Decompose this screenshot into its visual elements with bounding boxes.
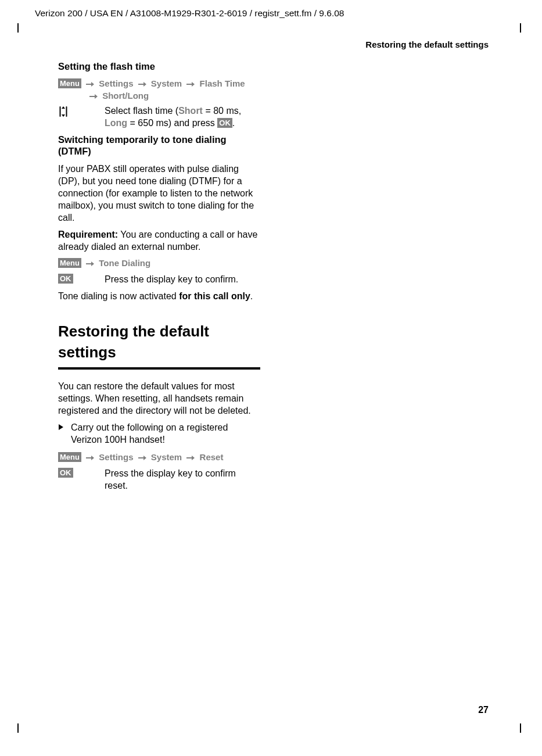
crop-mark <box>17 723 19 733</box>
text: . <box>232 118 235 128</box>
up-down-navkey-icon <box>58 105 69 118</box>
bullet-triangle-icon <box>58 421 71 446</box>
svg-rect-0 <box>60 106 61 117</box>
crop-mark <box>520 23 521 33</box>
path-segment: Settings <box>99 452 133 462</box>
svg-marker-4 <box>59 424 63 430</box>
short-label: Short <box>178 106 203 116</box>
text: = 80 ms, <box>203 106 241 116</box>
ok-key-label: OK <box>58 274 73 284</box>
menu-key-label: Menu <box>58 452 81 462</box>
arrow-icon <box>84 452 96 463</box>
crop-mark <box>17 23 19 33</box>
long-label: Long <box>105 118 127 128</box>
text-bold: for this call only <box>179 291 250 301</box>
text: Tone dialing is now activated <box>58 291 179 301</box>
running-head: Restoring the default settings <box>365 40 489 49</box>
step-text: Select flash time (Short = 80 ms, Long =… <box>105 105 261 129</box>
ok-key-label: OK <box>58 468 73 478</box>
text: = 650 ms) and press <box>127 118 217 128</box>
path-segment: Settings <box>99 78 133 88</box>
section-title-rule <box>58 367 260 370</box>
arrow-icon <box>84 78 96 89</box>
page-number: 27 <box>478 705 489 715</box>
dtmf-paragraph-1: If your PABX still operates with pulse d… <box>58 163 261 224</box>
arrow-icon <box>84 257 96 268</box>
requirement-label: Requirement: <box>58 230 118 239</box>
step-ok-confirm-reset: OK Press the display key to confirm rese… <box>58 467 261 492</box>
heading-dtmf: Switching temporarily to tone dialing (D… <box>58 134 261 157</box>
section-title-restore: Restoring the default settings <box>58 321 261 363</box>
step-ok-confirm-dtmf: OK Press the display key to confirm. <box>58 273 261 285</box>
heading-flash-time: Setting the flash time <box>58 60 261 72</box>
arrow-icon <box>184 452 197 463</box>
path-segment: Reset <box>200 452 224 462</box>
document-path-header: Verizon 200 / USA EN / A31008-M1929-R301… <box>35 8 344 19</box>
svg-marker-2 <box>62 106 65 109</box>
dtmf-requirement: Requirement: You are conducting a call o… <box>58 228 261 253</box>
content-column: Setting the flash time Menu Settings Sys… <box>58 60 261 496</box>
text: . <box>250 291 253 301</box>
menu-path-reset: Menu Settings System Reset <box>58 452 261 463</box>
ok-key-label: OK <box>217 118 232 128</box>
step-text: Press the display key to confirm. <box>105 273 261 285</box>
menu-path-flash-time: Menu Settings System Flash Time <box>58 78 261 89</box>
arrow-icon <box>87 90 100 101</box>
menu-key-label: Menu <box>58 78 81 88</box>
text: Select flash time ( <box>105 106 178 116</box>
menu-path-flash-time-line2: Short/Long <box>58 90 261 101</box>
path-segment: System <box>151 78 182 88</box>
restore-bullet: Carry out the following on a registered … <box>58 421 261 446</box>
path-segment: Tone Dialing <box>99 258 150 268</box>
svg-marker-3 <box>62 114 65 117</box>
dtmf-result: Tone dialing is now activated for this c… <box>58 290 261 302</box>
bullet-text: Carry out the following on a registered … <box>71 421 261 446</box>
arrow-icon <box>136 452 149 463</box>
path-segment: System <box>151 452 182 462</box>
arrow-icon <box>136 78 149 89</box>
step-text: Press the display key to confirm reset. <box>105 467 261 492</box>
crop-mark <box>520 723 521 733</box>
menu-key-label: Menu <box>58 258 81 268</box>
menu-path-tone-dialing: Menu Tone Dialing <box>58 257 261 268</box>
page: Verizon 200 / USA EN / A31008-M1929-R301… <box>0 0 542 756</box>
svg-rect-1 <box>66 106 67 117</box>
path-segment: Flash Time <box>200 78 245 88</box>
arrow-icon <box>184 78 197 89</box>
restore-paragraph-1: You can restore the default values for m… <box>58 380 261 417</box>
step-select-flash-time: Select flash time (Short = 80 ms, Long =… <box>58 105 261 129</box>
path-segment: Short/Long <box>102 91 149 101</box>
